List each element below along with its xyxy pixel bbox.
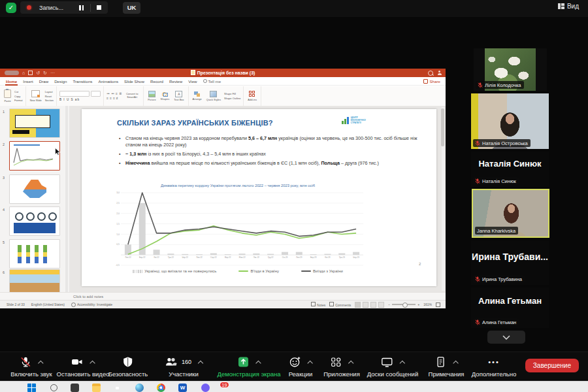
- stop-video-button[interactable]: Остановить видео: [57, 355, 110, 378]
- account-icon[interactable]: [437, 71, 442, 75]
- participant-tile[interactable]: Наталія Синюк Наталія Синюк: [471, 152, 549, 187]
- chevron-up-icon[interactable]: [453, 360, 458, 365]
- pause-recording-button[interactable]: [79, 5, 84, 10]
- chrome-icon[interactable]: [157, 384, 165, 392]
- tab-slide-show[interactable]: Slide Show: [124, 79, 144, 84]
- participants-button[interactable]: 160 Участники: [165, 355, 203, 378]
- tab-home[interactable]: Home: [6, 79, 17, 84]
- tab-animations[interactable]: Animations: [98, 79, 118, 84]
- share-button[interactable]: Share: [423, 79, 440, 84]
- file-explorer-icon[interactable]: [92, 384, 101, 392]
- add-ins-button[interactable]: Add-ins: [246, 90, 258, 103]
- security-button[interactable]: Безопасность: [108, 355, 148, 378]
- participant-name: Лілія Колодочка: [485, 82, 521, 88]
- slide-thumbnail[interactable]: [9, 174, 60, 204]
- font-size-select[interactable]: [91, 91, 101, 97]
- comments-toggle[interactable]: Comments: [329, 302, 351, 307]
- unmute-button[interactable]: Включить звук: [10, 355, 52, 378]
- notes-icon: [311, 302, 316, 306]
- accessibility-status[interactable]: Accessibility: Investigate: [77, 302, 112, 306]
- tab-transitions[interactable]: Transitions: [73, 79, 92, 84]
- picture-button[interactable]: Picture: [146, 90, 157, 103]
- viber-icon[interactable]: [201, 384, 210, 392]
- reactions-button[interactable]: Реакции: [289, 355, 313, 378]
- align-buttons[interactable]: ≡≡≡≢: [106, 97, 122, 100]
- slide-thumbnail[interactable]: [9, 239, 60, 269]
- svg-text:0,5: 0,5: [116, 243, 120, 246]
- font-style-buttons[interactable]: B I U S ab: [59, 98, 101, 101]
- participant-tile[interactable]: Алина Гетьман Алина Гетьман: [471, 287, 549, 328]
- tab-view[interactable]: View: [188, 79, 197, 84]
- svg-text:Бер.22: Бер.22: [139, 256, 146, 259]
- text-box-button[interactable]: AText Box: [172, 90, 185, 103]
- participant-tile-active-speaker[interactable]: Janna Kharkivska: [472, 189, 549, 238]
- share-screen-button[interactable]: Демонстрация экрана: [217, 355, 280, 378]
- shapes-button[interactable]: Shapes: [159, 91, 171, 102]
- participant-tile[interactable]: Лілія Колодочка: [474, 48, 547, 91]
- canvas-scrollbar[interactable]: [442, 107, 445, 291]
- chevron-up-icon[interactable]: [400, 360, 405, 365]
- format-painter-button[interactable]: Format: [14, 99, 23, 102]
- language-indicator[interactable]: English (United States): [31, 302, 65, 306]
- chevron-up-icon[interactable]: [38, 360, 43, 365]
- notes-toggle[interactable]: Notes: [311, 302, 325, 307]
- copy-button[interactable]: Copy: [14, 95, 23, 98]
- zoom-level[interactable]: 161%: [423, 302, 432, 306]
- tab-record[interactable]: Record: [150, 79, 163, 84]
- tab-draw[interactable]: Draw: [39, 79, 48, 84]
- convert-smartart-button[interactable]: Convert to SmartArt: [123, 93, 140, 99]
- stop-recording-button[interactable]: [97, 5, 101, 10]
- taskbar-app-icon[interactable]: [71, 384, 79, 392]
- list-buttons[interactable]: ≔≕≡≣: [106, 92, 122, 95]
- language-button[interactable]: UK: [123, 2, 140, 14]
- chevron-up-icon[interactable]: [255, 360, 261, 365]
- slide-thumbnail[interactable]: [9, 108, 60, 138]
- chart-legend: Українці, що виїхали та не повернулись В…: [110, 269, 365, 273]
- search-icon[interactable]: [428, 71, 433, 76]
- arrange-button[interactable]: Arrange: [191, 91, 203, 102]
- layout-button[interactable]: Layout: [45, 90, 54, 93]
- tab-insert[interactable]: Insert: [23, 79, 33, 84]
- chevron-up-icon[interactable]: [348, 360, 353, 365]
- cut-button[interactable]: Cut: [14, 90, 23, 93]
- edge-icon[interactable]: [135, 384, 144, 392]
- chevron-up-icon[interactable]: [198, 360, 203, 365]
- quick-styles-button[interactable]: Quick Styles: [205, 90, 222, 103]
- taskbar-search-icon[interactable]: [50, 384, 57, 391]
- zoom-slider[interactable]: −+: [388, 302, 419, 306]
- chevron-up-icon[interactable]: [307, 360, 312, 365]
- tell-me-button[interactable]: Tell me: [203, 79, 221, 84]
- notes-button[interactable]: Примечания: [429, 355, 465, 378]
- more-participants-button[interactable]: [487, 331, 525, 344]
- slide-thumbnail[interactable]: [9, 206, 60, 236]
- view-switcher[interactable]: [355, 302, 384, 308]
- fit-slide-icon[interactable]: [436, 302, 440, 307]
- section-button[interactable]: Section: [45, 99, 54, 102]
- slide-thumbnail-selected[interactable]: [9, 141, 60, 171]
- whiteboards-button[interactable]: Доски сообщений: [367, 355, 418, 378]
- tab-review[interactable]: Review: [169, 79, 182, 84]
- font-name-select[interactable]: [59, 91, 90, 97]
- participant-tile[interactable]: Ирина Трубави... Ирина Трубавина: [471, 240, 549, 285]
- slide-canvas: СКІЛЬКИ ЗАРАЗ УКРАЇНСЬКИХ БІЖЕНЦІВ? ЦЕНТ…: [82, 109, 436, 286]
- notes-pane[interactable]: Click to add notes: [0, 292, 446, 300]
- new-slide-button[interactable]: New Slide: [29, 90, 43, 103]
- chevron-up-icon[interactable]: [90, 360, 95, 365]
- shape-fill-button[interactable]: Shape Fill: [224, 92, 240, 95]
- thumbnail-scrollbar[interactable]: [65, 106, 68, 292]
- more-options-button[interactable]: ••• Дополнительно: [472, 355, 516, 378]
- shape-outline-button[interactable]: Shape Outline: [224, 97, 240, 100]
- reset-button[interactable]: Reset: [45, 95, 54, 98]
- participant-tile[interactable]: Наталія Островська: [471, 93, 549, 149]
- word-icon[interactable]: W: [178, 384, 187, 392]
- legend-bar-swatch: [133, 270, 142, 273]
- view-button[interactable]: Вид: [558, 3, 579, 10]
- paste-button[interactable]: Paste: [3, 89, 12, 103]
- viber-badge: 19: [220, 382, 229, 388]
- windows-start-icon[interactable]: [27, 384, 36, 392]
- tab-design[interactable]: Design: [54, 79, 67, 84]
- slide-indicator[interactable]: Slide 2 of 33: [7, 302, 25, 306]
- slide-thumbnail[interactable]: [9, 269, 60, 292]
- apps-button[interactable]: Приложения: [323, 355, 360, 378]
- end-meeting-button[interactable]: Завершение: [525, 359, 579, 372]
